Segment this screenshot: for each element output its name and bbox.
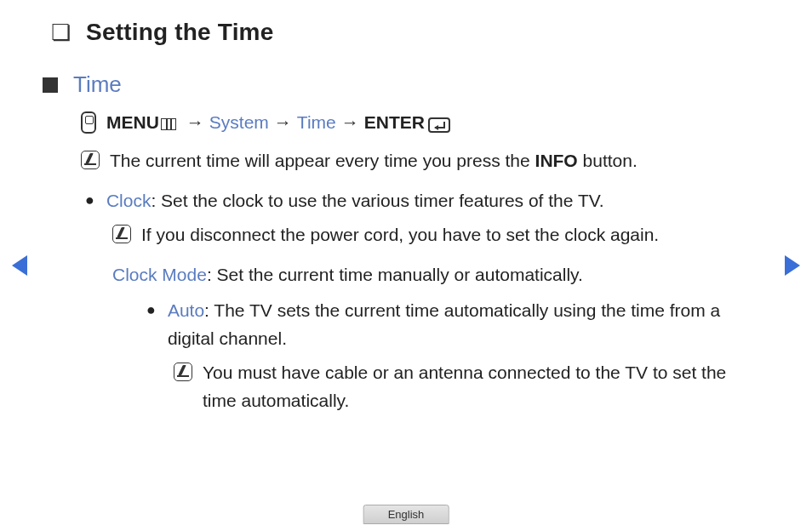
section-heading-row: Time — [43, 71, 761, 98]
note-icon — [112, 225, 131, 243]
clock-mode-row: Clock Mode: Set the current time manuall… — [112, 261, 761, 289]
hollow-square-bullet-icon: ❏ — [51, 21, 71, 43]
info-note-row: The current time will appear every time … — [81, 147, 761, 175]
round-bullet-icon: ● — [85, 187, 94, 214]
info-note-post: button. — [578, 151, 638, 170]
arrow-separator: → — [341, 112, 359, 133]
prev-page-arrow[interactable] — [12, 255, 27, 276]
clock-mode-desc: : Set the current time manually or autom… — [207, 265, 583, 284]
info-note-bold: INFO — [535, 151, 578, 170]
page-title: Setting the Time — [86, 19, 274, 46]
clock-text: Clock: Set the clock to use the various … — [106, 187, 604, 215]
menu-label: MENU — [106, 112, 159, 133]
clock-item: ● Clock: Set the clock to use the variou… — [85, 187, 761, 215]
page-content: ❏ Setting the Time Time MENU → System → … — [0, 0, 812, 414]
path-system: System — [209, 112, 269, 133]
info-note-pre: The current time will appear every time … — [110, 151, 535, 170]
clock-mode-label: Clock Mode — [112, 265, 207, 284]
path-time: Time — [297, 112, 336, 133]
info-note-text: The current time will appear every time … — [110, 147, 638, 175]
auto-label: Auto — [168, 300, 204, 320]
menu-grid-icon — [161, 118, 176, 130]
page-title-row: ❏ Setting the Time — [51, 19, 761, 46]
next-page-arrow[interactable] — [785, 255, 800, 276]
auto-note-row: You must have cable or an antenna connec… — [174, 359, 761, 414]
section-heading: Time — [73, 71, 122, 98]
auto-item: ● Auto: The TV sets the current time aut… — [146, 297, 761, 352]
note-icon — [81, 151, 100, 169]
enter-label: ENTER — [364, 112, 425, 133]
enter-icon — [428, 117, 450, 133]
remote-icon — [81, 111, 96, 134]
language-tab[interactable]: English — [363, 505, 449, 524]
solid-square-bullet-icon — [43, 77, 58, 93]
arrow-separator: → — [186, 112, 204, 133]
clock-label: Clock — [106, 191, 152, 210]
round-bullet-icon: ● — [146, 297, 156, 323]
auto-text: Auto: The TV sets the current time autom… — [168, 297, 761, 352]
menu-path: MENU → System → Time → ENTER — [81, 111, 761, 134]
clock-note-row: If you disconnect the power cord, you ha… — [112, 221, 761, 249]
note-icon — [174, 363, 192, 381]
auto-desc: : The TV sets the current time automatic… — [168, 300, 720, 348]
arrow-separator: → — [274, 112, 292, 133]
auto-note-text: You must have cable or an antenna connec… — [203, 359, 761, 414]
clock-desc: : Set the clock to use the various timer… — [151, 191, 603, 210]
clock-note-text: If you disconnect the power cord, you ha… — [141, 221, 659, 249]
